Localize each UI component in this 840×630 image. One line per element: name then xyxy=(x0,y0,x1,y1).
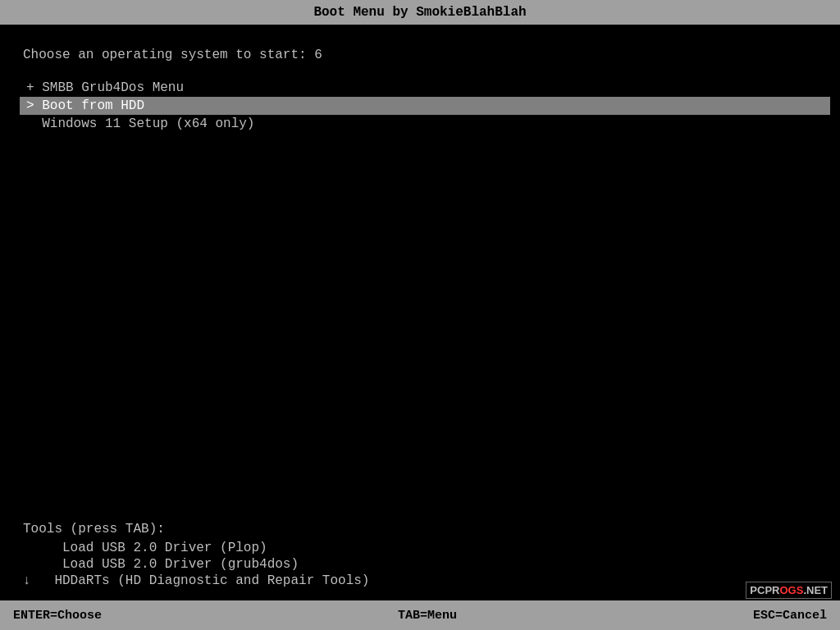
watermark: PCPROGS.NET xyxy=(746,582,832,599)
status-esc: ESC=Cancel xyxy=(753,609,827,623)
title-bar: Boot Menu by SmokieBlahBlah xyxy=(0,0,840,25)
prompt-line: Choose an operating system to start: 6 xyxy=(23,48,817,62)
tools-list: Load USB 2.0 Driver (Plop) Load USB 2.0 … xyxy=(23,540,817,589)
status-tab: TAB=Menu xyxy=(398,609,457,623)
tool-item-hddarts[interactable]: ↓ HDDaRTs (HD Diagnostic and Repair Tool… xyxy=(23,573,817,589)
menu-item-win11[interactable]: Windows 11 Setup (x64 only) xyxy=(23,115,817,133)
watermark-plain: PCPR xyxy=(750,584,779,596)
title-text: Boot Menu by SmokieBlahBlah xyxy=(313,5,526,20)
watermark-end: .NET xyxy=(803,584,828,596)
menu-list: + SMBB Grub4Dos Menu> Boot from HDD Wind… xyxy=(23,79,817,133)
tool-item-usb-plop[interactable]: Load USB 2.0 Driver (Plop) xyxy=(23,540,817,556)
status-enter: ENTER=Choose xyxy=(13,609,102,623)
status-bar: ENTER=Choose TAB=Menu ESC=Cancel xyxy=(0,600,840,630)
menu-item-boot-hdd[interactable]: > Boot from HDD xyxy=(20,97,830,115)
tools-section: Tools (press TAB): Load USB 2.0 Driver (… xyxy=(23,522,817,589)
tools-label: Tools (press TAB): xyxy=(23,522,817,536)
watermark-red: OGS xyxy=(779,584,803,596)
tool-item-usb-grub4dos[interactable]: Load USB 2.0 Driver (grub4dos) xyxy=(23,556,817,573)
menu-item-smbb[interactable]: + SMBB Grub4Dos Menu xyxy=(23,79,817,97)
main-content: Choose an operating system to start: 6 +… xyxy=(0,31,840,149)
